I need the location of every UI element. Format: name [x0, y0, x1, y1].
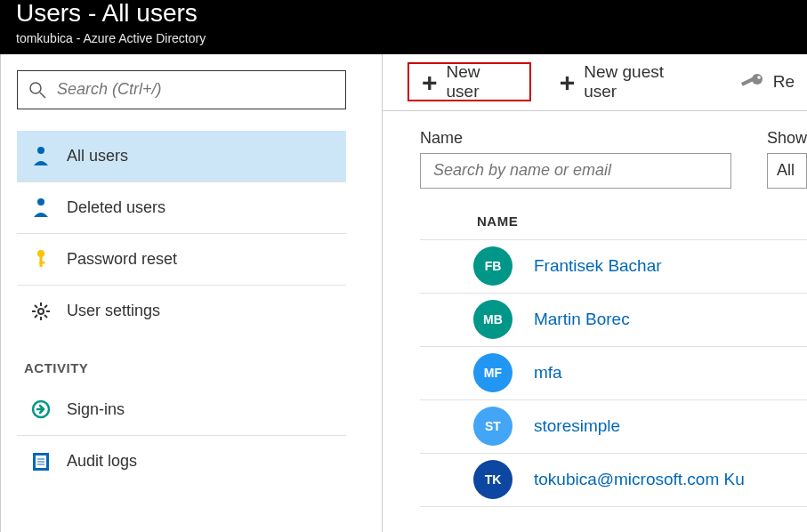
sidebar-item-label: Sign-ins [67, 400, 125, 419]
filter-show-select[interactable]: All [767, 153, 807, 189]
user-name-link[interactable]: Martin Borec [534, 310, 630, 329]
sidebar-item-user-settings[interactable]: User settings [17, 286, 346, 337]
column-header-name: NAME [420, 214, 807, 240]
users-table: NAME FBFrantisek BacharMBMartin BorecMFm… [383, 214, 807, 507]
toolbar-btn-label: Re [773, 72, 795, 92]
svg-line-12 [35, 305, 37, 308]
sidebar-item-label: Password reset [67, 250, 177, 269]
page-title: Users - All users [16, 0, 791, 28]
sidebar-item-label: Deleted users [67, 198, 165, 217]
filter-show-value: All [777, 161, 795, 180]
user-name-link[interactable]: Frantisek Bachar [534, 256, 662, 276]
user-name-link[interactable]: tokubica@microsoft.com Ku [534, 470, 745, 489]
table-row[interactable]: STstoresimple [420, 400, 807, 454]
svg-rect-6 [40, 262, 45, 264]
filter-name: Name [420, 129, 731, 189]
filter-bar: Name Show All [383, 111, 807, 189]
sidebar-item-label: Audit logs [67, 452, 137, 471]
sidebar-item-deleted-users[interactable]: Deleted users [17, 182, 346, 234]
toolbar: + New user + New guest user Re [383, 54, 807, 111]
page-header: Users - All users tomkubica - Azure Acti… [0, 0, 807, 54]
svg-point-22 [752, 74, 763, 85]
plus-icon: + [422, 76, 438, 89]
sidebar-item-all-users[interactable]: All users [17, 131, 346, 182]
avatar: FB [473, 246, 512, 286]
sidebar-search-input[interactable] [57, 80, 335, 99]
filter-show: Show All [767, 129, 807, 189]
plus-icon: + [560, 76, 576, 89]
user-name-link[interactable]: storesimple [534, 416, 620, 436]
signin-icon [31, 399, 51, 419]
search-icon [28, 81, 46, 99]
svg-point-4 [37, 250, 44, 257]
avatar: MF [473, 353, 512, 392]
toolbar-btn-label: New guest user [584, 62, 699, 101]
svg-point-2 [37, 147, 44, 154]
svg-line-13 [44, 315, 47, 318]
sidebar-section-activity: ACTIVITY [24, 360, 346, 375]
sidebar-item-password-reset[interactable]: Password reset [17, 234, 346, 286]
reset-password-button[interactable]: Re [729, 62, 807, 101]
svg-point-7 [38, 309, 44, 314]
log-icon [31, 453, 51, 471]
user-icon [31, 197, 51, 217]
table-row[interactable]: MFmfa [420, 347, 807, 400]
avatar: TK [473, 460, 512, 499]
sidebar: All users Deleted users Password reset U… [0, 54, 382, 532]
svg-line-14 [35, 315, 37, 318]
sidebar-item-sign-ins[interactable]: Sign-ins [17, 384, 346, 436]
svg-line-1 [40, 93, 45, 98]
svg-line-15 [44, 305, 47, 308]
sidebar-item-label: All users [67, 147, 128, 165]
main-content: + New user + New guest user Re Name Show [383, 54, 807, 532]
page-subtitle: tomkubica - Azure Active Directory [16, 31, 791, 45]
avatar: MB [473, 300, 512, 339]
avatar: ST [473, 407, 512, 446]
table-row[interactable]: MBMartin Borec [420, 294, 807, 347]
filter-name-label: Name [420, 129, 731, 148]
toolbar-btn-label: New user [447, 62, 517, 101]
user-icon [31, 146, 51, 165]
user-name-link[interactable]: mfa [534, 363, 562, 383]
table-row[interactable]: TKtokubica@microsoft.com Ku [420, 454, 807, 507]
svg-rect-24 [741, 77, 754, 86]
new-guest-user-button[interactable]: + New guest user [547, 62, 713, 101]
sidebar-search[interactable] [17, 70, 346, 109]
sidebar-item-audit-logs[interactable]: Audit logs [17, 436, 346, 488]
filter-show-label: Show [767, 129, 807, 148]
new-user-button[interactable]: + New user [408, 62, 531, 101]
key-icon [741, 72, 764, 92]
gear-icon [31, 302, 51, 320]
svg-point-0 [30, 83, 41, 93]
sidebar-item-label: User settings [67, 302, 160, 320]
svg-point-3 [37, 198, 44, 206]
svg-point-23 [757, 76, 761, 79]
filter-name-input[interactable] [420, 153, 731, 189]
key-icon [31, 249, 51, 269]
table-row[interactable]: FBFrantisek Bachar [420, 240, 807, 294]
